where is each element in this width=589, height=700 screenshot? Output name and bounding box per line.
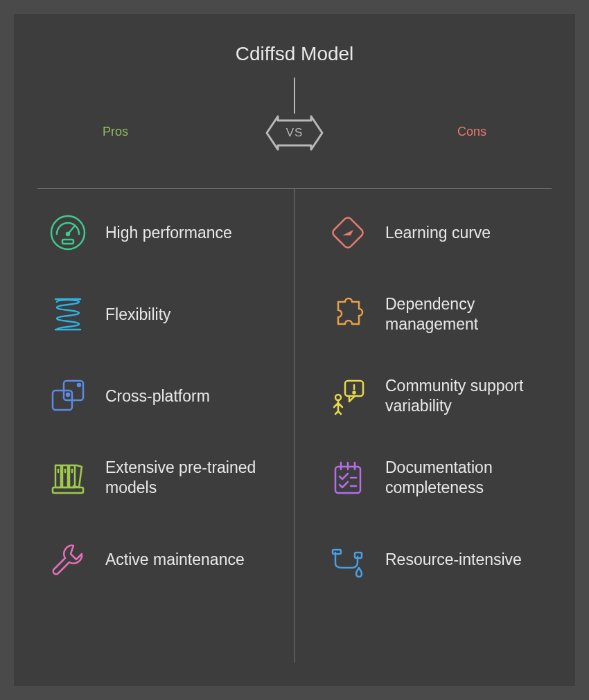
support-icon — [327, 375, 369, 417]
resource-icon — [327, 539, 369, 580]
svg-point-21 — [353, 392, 355, 394]
list-item: Flexibility — [47, 294, 269, 335]
pros-column: High performance Flexibility — [47, 212, 269, 672]
list-item: Resource-intensive — [327, 539, 549, 580]
wrench-icon — [47, 539, 89, 580]
item-label: Cross-platform — [105, 386, 210, 406]
svg-rect-3 — [62, 240, 73, 244]
item-label: Active maintenance — [105, 550, 245, 570]
platform-icon — [47, 375, 89, 417]
list-item: Extensive pre-trained models — [47, 457, 269, 499]
svg-point-8 — [78, 384, 80, 386]
svg-rect-13 — [53, 487, 83, 493]
item-label: Community support variability — [385, 376, 549, 416]
diagram-title: Cdiffsd Model — [14, 14, 575, 65]
vertical-divider — [294, 188, 295, 663]
diagram-canvas: Cdiffsd Model VS Pros Cons High performa… — [14, 14, 575, 686]
list-item: Learning curve — [327, 212, 549, 253]
list-item: Cross-platform — [47, 375, 269, 417]
list-item: Documentation completeness — [327, 457, 549, 499]
item-label: Flexibility — [105, 305, 171, 325]
puzzle-icon — [327, 294, 369, 335]
svg-point-2 — [67, 233, 69, 235]
cons-column: Learning curve Dependency management — [327, 212, 549, 672]
svg-rect-22 — [335, 467, 360, 493]
item-label: Dependency management — [385, 294, 549, 334]
connector-line — [294, 78, 295, 114]
warning-icon — [327, 212, 369, 253]
list-item: Active maintenance — [47, 539, 269, 580]
library-icon — [47, 457, 89, 499]
pros-header: Pros — [103, 125, 128, 139]
spring-icon — [47, 294, 89, 335]
item-label: Documentation completeness — [385, 458, 549, 498]
vs-label: VS — [261, 114, 328, 152]
docs-icon — [327, 457, 369, 499]
cons-header: Cons — [457, 125, 486, 139]
list-item: Dependency management — [327, 294, 549, 335]
list-item: High performance — [47, 212, 269, 253]
item-label: Learning curve — [385, 223, 491, 243]
gauge-icon — [47, 212, 89, 253]
item-label: Extensive pre-trained models — [105, 458, 269, 498]
list-item: Community support variability — [327, 375, 549, 417]
svg-point-9 — [67, 393, 69, 396]
vs-badge: VS — [261, 114, 328, 152]
item-label: Resource-intensive — [385, 550, 522, 570]
svg-rect-26 — [355, 553, 362, 558]
item-label: High performance — [105, 223, 232, 243]
svg-rect-25 — [333, 550, 341, 554]
